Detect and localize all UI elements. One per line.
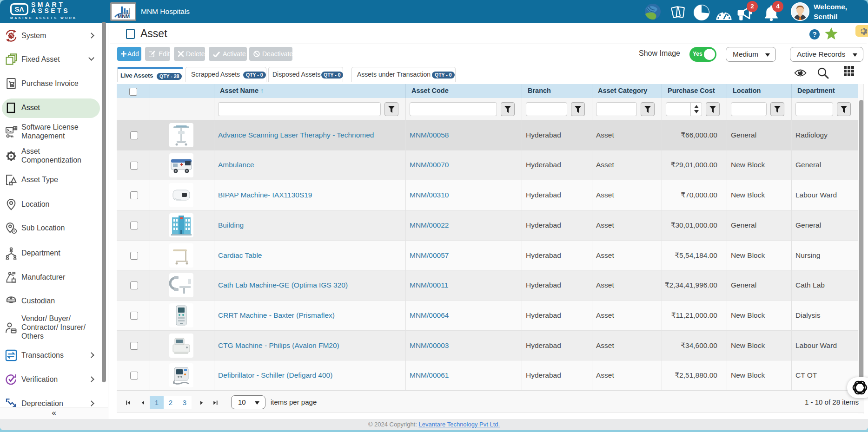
svg-text:MNM: MNM bbox=[118, 13, 130, 19]
